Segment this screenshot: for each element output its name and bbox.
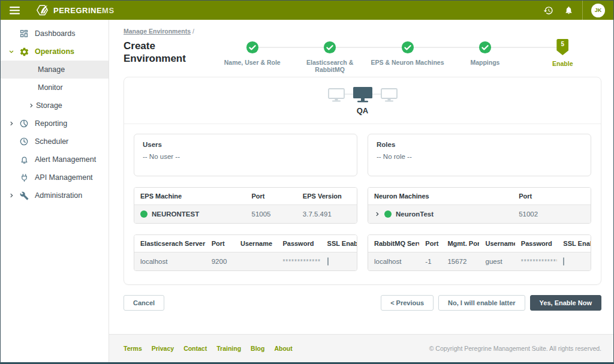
hamburger-menu-icon[interactable] xyxy=(1,1,28,20)
step-enable[interactable]: 5 Enable xyxy=(524,41,601,73)
column-header: SSL Enabled xyxy=(557,235,591,252)
check-circle-icon xyxy=(323,41,336,54)
column-header: EPS Version xyxy=(297,188,357,205)
wizard-actions: Cancel < Previous No, I will enable latt… xyxy=(124,295,601,311)
sidebar-item-alert-management[interactable]: Alert Management xyxy=(1,151,109,169)
enable-later-button[interactable]: No, I will enable latter xyxy=(438,295,525,311)
notifications-bell-icon[interactable] xyxy=(558,1,579,20)
footer-link-privacy[interactable]: Privacy xyxy=(152,345,174,352)
wrench-icon xyxy=(19,191,29,200)
sidebar-item-label: Reporting xyxy=(35,119,67,128)
sidebar-nav: Dashboards Operations Manage Monitor xyxy=(1,20,109,362)
check-circle-icon xyxy=(478,41,492,54)
copyright-text: © Copyright Peregrine Management Suite. … xyxy=(429,345,601,352)
expand-chevron-icon[interactable] xyxy=(374,211,380,217)
sidebar-item-monitor[interactable]: Monitor xyxy=(1,79,109,97)
history-icon[interactable] xyxy=(538,1,558,20)
brand-logo[interactable]: PEREGRINEMS xyxy=(35,4,115,17)
table-row[interactable]: NeuronTest 51002 xyxy=(368,205,591,224)
status-dot-green xyxy=(384,210,392,218)
step-label: Mappings xyxy=(470,59,499,66)
step-label: Elasticsearch & RabbitMQ xyxy=(291,59,368,73)
cancel-button[interactable]: Cancel xyxy=(124,295,164,311)
eps-port: 51005 xyxy=(246,205,297,224)
rabbit-password-mask: ************* xyxy=(521,258,557,265)
chevron-down-icon xyxy=(8,49,16,55)
check-circle-icon xyxy=(246,41,259,54)
sidebar-item-label: Scheduler xyxy=(35,137,68,146)
sidebar-item-storage[interactable]: Storage xyxy=(1,97,109,115)
top-bar: PEREGRINEMS JK xyxy=(1,1,613,20)
alert-bell-icon xyxy=(19,155,29,164)
step-5-shield-badge: 5 xyxy=(556,39,568,55)
footer-links: Terms Privacy Contact Training Blog Abou… xyxy=(124,345,293,352)
app-window: PEREGRINEMS JK Dashboards xyxy=(0,0,614,364)
chevron-right-icon xyxy=(8,121,16,127)
elastic-port: 9200 xyxy=(206,252,234,271)
column-header: EPS Machine xyxy=(134,188,246,205)
users-panel: Users -- No user -- xyxy=(134,134,357,176)
page-footer: Terms Privacy Contact Training Blog Abou… xyxy=(109,334,613,362)
topbar-divider xyxy=(582,1,583,20)
footer-link-terms[interactable]: Terms xyxy=(124,345,142,352)
elastic-server: localhost xyxy=(134,252,206,271)
wizard-stepper: Name, User & Role Elasticsearch & Rabbit… xyxy=(213,40,601,73)
footer-link-contact[interactable]: Contact xyxy=(183,345,207,352)
main-content: Manage Environments / Create Environment… xyxy=(109,20,613,334)
plug-icon xyxy=(19,173,29,182)
rabbitmq-server-table: RabbitMQ Server Port Mgmt. Port Username… xyxy=(368,234,591,271)
user-avatar[interactable]: JK xyxy=(591,4,605,17)
users-panel-title: Users xyxy=(143,141,348,148)
step-name-user-role[interactable]: Name, User & Role xyxy=(213,41,291,73)
breadcrumb-link-manage-environments[interactable]: Manage Environments xyxy=(124,28,191,35)
chevron-right-icon xyxy=(8,192,16,198)
sidebar-item-manage[interactable]: Manage xyxy=(1,61,109,79)
sidebar-item-api-management[interactable]: API Management xyxy=(1,169,109,186)
sidebar-item-label: Manage xyxy=(38,65,65,74)
column-header: SSL Enabled xyxy=(321,235,357,252)
peregrine-falcon-icon xyxy=(35,4,50,17)
elastic-username xyxy=(234,252,276,271)
footer-link-about[interactable]: About xyxy=(274,345,292,352)
sidebar-item-dashboards[interactable]: Dashboards xyxy=(1,25,109,43)
rabbit-ssl-checkbox[interactable] xyxy=(563,257,564,266)
sidebar-item-scheduler[interactable]: Scheduler xyxy=(1,133,109,151)
sidebar-item-reporting[interactable]: Reporting xyxy=(1,115,109,133)
sidebar-item-label: Alert Management xyxy=(35,155,96,164)
footer-link-blog[interactable]: Blog xyxy=(251,345,264,352)
environment-summary-card: QA Users -- No user -- Roles -- No role … xyxy=(124,77,601,285)
roles-panel-title: Roles xyxy=(377,141,582,148)
sidebar-item-label: Administration xyxy=(35,191,82,200)
footer-link-training[interactable]: Training xyxy=(216,345,241,352)
sidebar-item-operations[interactable]: Operations xyxy=(1,43,109,61)
column-header: Port xyxy=(513,188,591,205)
step-eps-neuron-machines[interactable]: EPS & Neuron Machines xyxy=(369,41,446,73)
enable-now-button[interactable]: Yes, Enable Now xyxy=(530,295,601,311)
column-header: Port xyxy=(419,235,441,252)
step-elasticsearch-rabbitmq[interactable]: Elasticsearch & RabbitMQ xyxy=(291,41,368,73)
sidebar-item-administration[interactable]: Administration xyxy=(1,186,109,204)
environment-machines-icon xyxy=(134,85,591,105)
sidebar-item-label: Operations xyxy=(35,47,74,56)
elastic-ssl-checkbox[interactable] xyxy=(327,257,329,266)
sidebar-item-label: Storage xyxy=(36,101,62,110)
breadcrumb-separator: / xyxy=(192,28,194,35)
column-header: Neuron Machines xyxy=(368,188,513,205)
step-mappings[interactable]: Mappings xyxy=(446,41,523,73)
gear-icon xyxy=(19,47,29,57)
dashboard-grid-icon xyxy=(19,29,29,38)
rabbit-server: localhost xyxy=(368,252,419,271)
users-empty-text: -- No user -- xyxy=(143,153,348,160)
rabbit-mgmt-port: 15672 xyxy=(441,252,479,271)
monitor-icon-left xyxy=(329,89,344,102)
table-row: localhost 9200 ************* xyxy=(134,252,357,271)
environment-name: QA xyxy=(134,106,591,115)
step-label: Enable xyxy=(552,60,573,67)
step-label: Name, User & Role xyxy=(224,59,281,66)
column-header: Username xyxy=(234,235,276,252)
pie-chart-icon xyxy=(19,119,29,128)
table-row[interactable]: NEURONTEST 51005 3.7.5.491 xyxy=(134,205,357,224)
previous-button[interactable]: < Previous xyxy=(381,295,434,311)
column-header: Username xyxy=(479,235,514,252)
column-header: Port xyxy=(206,235,234,252)
